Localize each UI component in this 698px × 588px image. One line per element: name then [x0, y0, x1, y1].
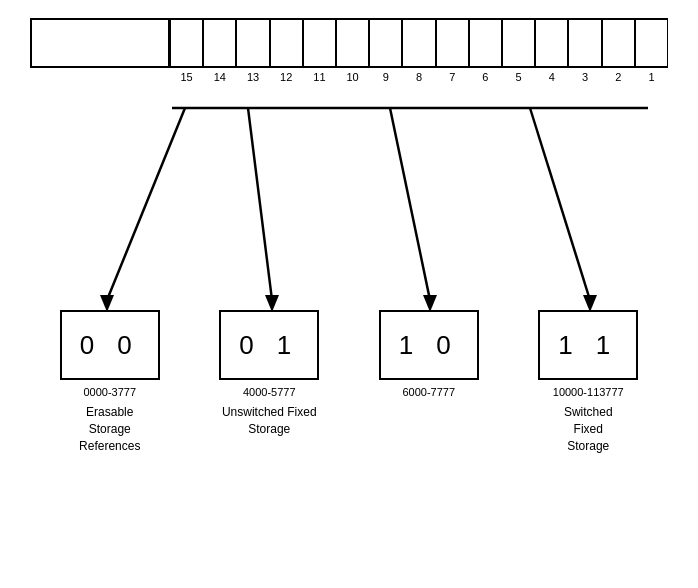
box-label-1: Unswitched FixedStorage: [222, 404, 317, 438]
bit-cell-14: [203, 20, 236, 66]
opcode-block: [30, 18, 170, 68]
bit-num-row: 151413121110987654321: [170, 68, 668, 86]
bit-num-13: 13: [236, 68, 269, 86]
bit-cell-8: [402, 20, 435, 66]
bit-cell-7: [436, 20, 469, 66]
svg-line-1: [107, 108, 185, 300]
box-label-0: ErasableStorageReferences: [79, 404, 140, 454]
box-group-0: 0 00000-3777ErasableStorageReferences: [45, 310, 175, 454]
arrows-svg: [0, 0, 698, 588]
bit-num-3: 3: [568, 68, 601, 86]
bit-cell-9: [369, 20, 402, 66]
bit-numbers-row: 151413121110987654321: [30, 68, 668, 86]
address-range-2: 6000-7777: [402, 386, 455, 398]
bit-num-7: 7: [436, 68, 469, 86]
bit-num-11: 11: [303, 68, 336, 86]
svg-line-3: [248, 108, 272, 300]
bit-cell-4: [535, 20, 568, 66]
bit-cell-15: [170, 20, 203, 66]
bit-cell-10: [336, 20, 369, 66]
binary-box-2: 1 0: [379, 310, 479, 380]
bit-num-10: 10: [336, 68, 369, 86]
bit-cell-11: [303, 20, 336, 66]
bit-cell-2: [602, 20, 635, 66]
address-range-3: 10000-113777: [553, 386, 624, 398]
bit-num-15: 15: [170, 68, 203, 86]
bottom-boxes: 0 00000-3777ErasableStorageReferences0 1…: [30, 310, 668, 454]
register-row: [30, 18, 668, 68]
bit-cell-3: [568, 20, 601, 66]
bit-cell-13: [236, 20, 269, 66]
bit-num-5: 5: [502, 68, 535, 86]
binary-box-3: 1 1: [538, 310, 638, 380]
box-group-1: 0 14000-5777Unswitched FixedStorage: [204, 310, 334, 454]
bit-num-12: 12: [270, 68, 303, 86]
bit-num-1: 1: [635, 68, 668, 86]
box-group-3: 1 110000-113777SwitchedFixedStorage: [523, 310, 653, 454]
box-label-3: SwitchedFixedStorage: [564, 404, 613, 454]
bit-cell-6: [469, 20, 502, 66]
bit-num-14: 14: [203, 68, 236, 86]
binary-box-1: 0 1: [219, 310, 319, 380]
bit-num-6: 6: [469, 68, 502, 86]
bit-num-2: 2: [602, 68, 635, 86]
bit-num-8: 8: [402, 68, 435, 86]
svg-line-5: [390, 108, 430, 300]
bit-cell-12: [270, 20, 303, 66]
box-group-2: 1 06000-7777: [364, 310, 494, 454]
address-range-1: 4000-5777: [243, 386, 296, 398]
bit-cell-1: [635, 20, 668, 66]
bit-section: [170, 18, 668, 68]
bit-num-4: 4: [535, 68, 568, 86]
svg-line-7: [530, 108, 590, 300]
bit-num-9: 9: [369, 68, 402, 86]
bit-cell-5: [502, 20, 535, 66]
diagram-container: 151413121110987654321 0 00000-3777Erasab…: [0, 0, 698, 588]
address-range-0: 0000-3777: [83, 386, 136, 398]
binary-box-0: 0 0: [60, 310, 160, 380]
